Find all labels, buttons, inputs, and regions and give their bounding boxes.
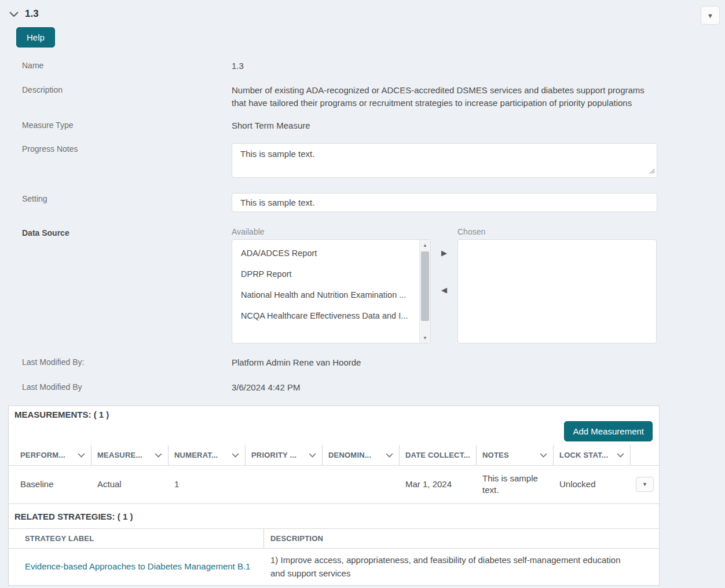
column-label: PERFORM... (20, 451, 65, 459)
panel-menu-button[interactable]: ▼ (701, 6, 720, 25)
column-header-performance[interactable]: PERFORM... (14, 445, 91, 465)
measure-type-label: Measure Type (22, 119, 232, 132)
form-row-description: Description Number of existing ADA-recog… (0, 84, 725, 109)
cell-performance: Baseline (14, 479, 91, 490)
chevron-down-icon[interactable] (309, 451, 316, 459)
form-row-measure-type: Measure Type Short Term Measure (0, 119, 725, 132)
strategy-link[interactable]: Evidence-based Approaches to Diabetes Ma… (25, 561, 250, 571)
form-row-last-modified-by: Last Modified By: Platform Admin Rene va… (0, 356, 725, 369)
description-label: Description (22, 84, 232, 109)
strategy-description: 1) Improve access, appropriateness, and … (264, 553, 659, 580)
column-header-description: DESCRIPTION (264, 529, 659, 548)
triangle-down-icon: ▼ (642, 481, 647, 488)
list-item[interactable]: National Health and Nutrition Examinatio… (232, 284, 430, 305)
form-row-data-source: Data Source Available ADA/ADCES Report D… (0, 227, 725, 344)
measure-type-value: Short Term Measure (232, 119, 657, 132)
description-value: Number of existing ADA-recognized or ADC… (232, 84, 657, 109)
list-item[interactable]: NCQA Healthcare Effectiveness Data and I… (232, 305, 430, 326)
column-header-denominator[interactable]: DENOMIN... (323, 445, 400, 465)
measure-detail-form: Name 1.3 Description Number of existing … (0, 60, 725, 394)
dual-list-arrows: ▶ ◀ (431, 227, 457, 344)
measurements-panel: MEASUREMENTS: ( 1 ) Add Measurement PERF… (8, 406, 660, 586)
last-modified-by-label: Last Modified By: (22, 356, 232, 369)
progress-notes-textarea[interactable]: This is sample text. (232, 143, 657, 178)
setting-label: Setting (22, 193, 232, 212)
measurements-section-title: MEASUREMENTS: ( 1 ) (9, 406, 659, 419)
available-column: Available ADA/ADCES Report DPRP Report N… (232, 227, 431, 344)
column-header-date-collected[interactable]: DATE COLLECT... (400, 445, 477, 465)
data-source-label: Data Source (22, 227, 232, 344)
form-row-progress-notes: Progress Notes This is sample text. (0, 143, 725, 180)
form-row-last-modified-date: Last Modified By 3/6/2024 4:42 PM (0, 381, 725, 394)
related-strategies-header-row: STRATEGY LABEL DESCRIPTION (9, 528, 659, 549)
triangle-down-icon: ▼ (707, 12, 713, 19)
cell-date-collected: Mar 1, 2024 (400, 479, 477, 490)
chosen-listbox[interactable] (457, 239, 657, 344)
setting-input[interactable] (232, 193, 657, 212)
chevron-down-icon[interactable] (155, 451, 162, 459)
section-header: 1.3 (0, 0, 725, 20)
cell-notes: This is sample text. (477, 473, 554, 496)
last-modified-date-value: 3/6/2024 4:42 PM (232, 381, 657, 394)
scroll-up-icon[interactable]: ▲ (420, 240, 430, 250)
list-item[interactable]: DPRP Report (232, 264, 430, 284)
row-menu-button[interactable]: ▼ (636, 477, 654, 492)
move-left-icon[interactable]: ◀ (438, 283, 451, 297)
scroll-down-icon[interactable]: ▼ (420, 333, 430, 343)
listbox-scrollbar[interactable]: ▲ ▼ (419, 240, 430, 343)
progress-notes-label: Progress Notes (22, 143, 232, 180)
related-strategies-section-title: RELATED STRATEGIES: ( 1 ) (9, 504, 659, 528)
column-label: NUMERAT... (174, 451, 218, 459)
measurements-header-row: PERFORM... MEASURE... NUMERAT... PRIORIT… (9, 445, 659, 466)
chosen-caption: Chosen (457, 227, 657, 236)
chevron-down-icon[interactable] (232, 451, 239, 459)
move-right-icon[interactable]: ▶ (438, 246, 451, 260)
cell-measure: Actual (91, 479, 169, 490)
column-header-measure[interactable]: MEASURE... (91, 445, 169, 465)
column-header-lock-status[interactable]: LOCK STAT... (554, 445, 631, 465)
column-label: DENOMIN... (328, 451, 371, 459)
column-label: LOCK STAT... (559, 451, 608, 459)
cell-numerator: 1 (169, 479, 246, 490)
last-modified-by-value: Platform Admin Rene van Hoorde (232, 356, 657, 369)
form-row-name: Name 1.3 (0, 60, 725, 72)
add-measurement-button[interactable]: Add Measurement (564, 421, 653, 441)
cell-actions: ▼ (631, 477, 659, 492)
name-label: Name (22, 60, 232, 72)
column-header-numerator[interactable]: NUMERAT... (169, 445, 246, 465)
chevron-down-icon[interactable] (78, 451, 85, 459)
chevron-down-icon[interactable] (386, 451, 393, 459)
chosen-column: Chosen (457, 227, 657, 344)
available-listbox[interactable]: ADA/ADCES Report DPRP Report National He… (232, 239, 431, 344)
table-row: Baseline Actual 1 Mar 1, 2024 This is sa… (9, 466, 659, 504)
name-value: 1.3 (232, 60, 657, 72)
column-label: DATE COLLECT... (405, 451, 470, 459)
column-header-strategy-label: STRATEGY LABEL (9, 529, 264, 548)
help-button[interactable]: Help (16, 27, 55, 48)
column-label: NOTES (482, 451, 509, 459)
column-header-priority[interactable]: PRIORITY ... (246, 445, 323, 465)
page-title: 1.3 (25, 8, 39, 20)
chevron-down-icon[interactable] (617, 451, 624, 459)
cell-lock-status: Unlocked (554, 479, 631, 490)
column-header-actions (631, 445, 659, 465)
list-item[interactable]: ADA/ADCES Report (232, 243, 430, 264)
scrollbar-thumb[interactable] (421, 251, 429, 321)
column-header-notes[interactable]: NOTES (477, 445, 554, 465)
chevron-down-icon[interactable] (9, 10, 19, 17)
chevron-down-icon[interactable] (540, 451, 547, 459)
column-label: PRIORITY ... (251, 451, 296, 459)
form-row-setting: Setting (0, 193, 725, 212)
available-caption: Available (232, 227, 431, 236)
table-row: Evidence-based Approaches to Diabetes Ma… (9, 549, 659, 585)
column-label: MEASURE... (97, 451, 142, 459)
last-modified-date-label: Last Modified By (22, 381, 232, 394)
